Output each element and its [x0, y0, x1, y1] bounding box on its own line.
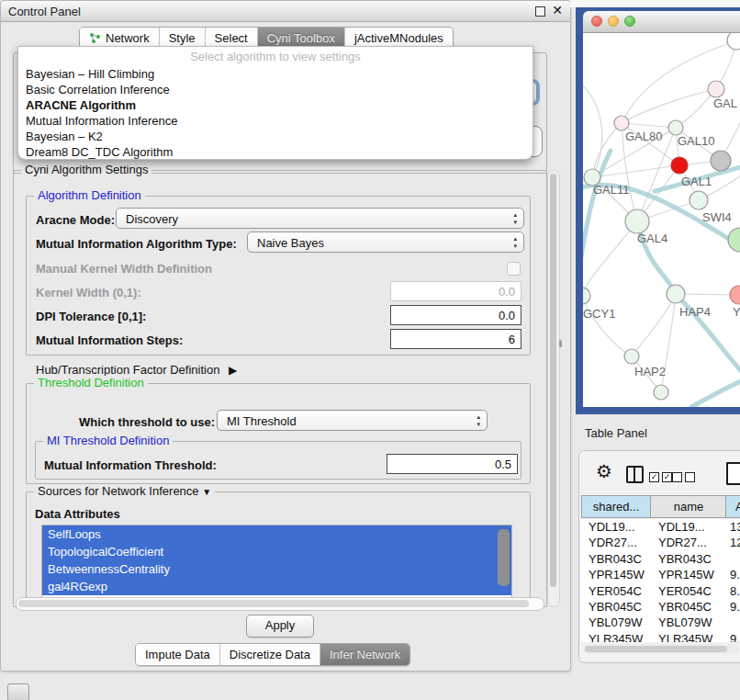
control-panel-window: Control Panel ✕ Network Style Select Cyn…	[0, 0, 571, 672]
algorithm-dropdown-popup: Select algorithm to view settings Bayesi…	[17, 46, 533, 160]
network-view-window: GAL80 GAL10 GAL1 GAL11 SWI4 GAL4 GCY1 HA…	[576, 7, 740, 414]
function-builder-icon[interactable]	[726, 462, 740, 485]
table-row[interactable]: YBR043CYBR043C	[581, 551, 740, 567]
gear-icon[interactable]: ⚙	[596, 460, 612, 482]
node-label-gal-cut: GAL	[713, 96, 737, 110]
scrollbar-thumb[interactable]	[550, 174, 556, 587]
node-gray[interactable]	[711, 151, 731, 171]
network-window-titlebar[interactable]	[583, 11, 740, 33]
list-item[interactable]: gal4RGexp	[42, 578, 511, 595]
deselect-all-columns-icon[interactable]	[672, 469, 698, 482]
node-label-gal10: GAL10	[678, 134, 714, 148]
node-label-y: Y	[733, 305, 740, 319]
combo-arrows-icon: ▴▾	[513, 211, 517, 226]
table-row[interactable]: YBL079WYBL079W	[581, 615, 740, 630]
manual-kernel-checkbox[interactable]	[507, 262, 521, 276]
list-scrollbar-thumb[interactable]	[498, 529, 510, 586]
panel-divider-grip[interactable]	[559, 340, 562, 347]
tab-discretize-data[interactable]: Discretize Data	[219, 644, 320, 665]
control-panel-titlebar[interactable]: Control Panel ✕	[1, 1, 570, 22]
node-green-large[interactable]	[728, 228, 740, 252]
bottom-tab-bar: Impute Data Discretize Data Infer Networ…	[135, 643, 410, 666]
mi-threshold-label: Mutual Information Threshold:	[44, 458, 217, 472]
table-row[interactable]: YBR045CYBR045C9.	[581, 599, 740, 615]
columns-icon[interactable]	[626, 466, 644, 483]
mi-threshold-legend: MI Threshold Definition	[43, 434, 173, 447]
dropdown-item-selected[interactable]: ARACNE Algorithm	[19, 97, 532, 113]
list-item[interactable]: SelfLoops	[42, 525, 511, 543]
threshold-definition-legend: Threshold Definition	[34, 376, 148, 390]
kernel-width-label: Kernel Width (0,1):	[36, 286, 141, 299]
close-traffic-light[interactable]	[591, 16, 602, 27]
dropdown-item[interactable]: Dream8 DC_TDC Algorithm	[19, 144, 532, 160]
select-all-columns-icon[interactable]: ✓✓	[649, 469, 675, 482]
cyni-settings-legend: Cyni Algorithm Settings	[21, 163, 151, 176]
dropdown-item[interactable]: Mutual Information Inference	[19, 113, 532, 129]
table-row[interactable]: YDR27...YDR27...12	[581, 535, 740, 550]
collapse-arrow-icon: ▼	[202, 487, 211, 497]
data-attributes-list: SelfLoops TopologicalCoefficient Between…	[41, 525, 512, 598]
dropdown-item[interactable]: Bayesian – K2	[19, 129, 532, 144]
node-label-hap2: HAP2	[634, 365, 666, 378]
list-item[interactable]: BetweennessCentrality	[42, 560, 511, 578]
list-item[interactable]: TopologicalCoefficient	[42, 543, 511, 560]
minimize-traffic-light[interactable]	[608, 16, 619, 27]
node-hap4[interactable]	[667, 285, 685, 303]
settings-vertical-scrollbar[interactable]	[547, 170, 560, 607]
table-row[interactable]: YDL19...YDL19...13	[581, 519, 740, 535]
node-gal1-selected[interactable]	[671, 157, 688, 174]
mi-algo-type-combo[interactable]: Naive Bayes ▴▾	[247, 231, 524, 253]
network-canvas[interactable]: GAL80 GAL10 GAL1 GAL11 SWI4 GAL4 GCY1 HA…	[583, 33, 740, 407]
tab-infer-network[interactable]: Infer Network	[320, 644, 409, 665]
dpi-tolerance-field[interactable]: 0.0	[390, 305, 521, 325]
mi-steps-label: Mutual Information Steps:	[36, 333, 183, 347]
dropdown-item[interactable]: Bayesian – Hill Climbing	[19, 66, 532, 82]
node[interactable]	[727, 33, 740, 50]
data-attributes-label: Data Attributes	[35, 507, 120, 521]
hub-definition-toggle[interactable]: Hub/Transcription Factor Definition ▶	[36, 363, 237, 377]
mi-threshold-field[interactable]: 0.5	[387, 454, 518, 474]
sources-legend[interactable]: Sources for Network Inference ▼	[34, 484, 215, 498]
tab-impute-data[interactable]: Impute Data	[136, 644, 219, 665]
table-row[interactable]: YPR145WYPR145W9.	[581, 567, 740, 582]
node-label-hap4: HAP4	[679, 305, 711, 319]
aracne-mode-label: Aracne Mode:	[36, 213, 115, 227]
combo-arrows-icon: ▴▾	[477, 413, 480, 428]
table-row[interactable]: YLR345WYLR345W9.	[581, 631, 740, 642]
node-label-gal4: GAL4	[637, 231, 667, 245]
settings-horizontal-scrollbar[interactable]	[16, 597, 544, 611]
node-swi4[interactable]	[690, 191, 708, 209]
apply-button[interactable]: Apply	[246, 615, 314, 638]
mi-steps-field[interactable]: 6	[390, 329, 521, 349]
collapsed-panel-icon[interactable]	[7, 683, 29, 700]
dropdown-item[interactable]: Basic Correlation Inference	[19, 82, 532, 97]
float-window-icon[interactable]	[535, 6, 545, 17]
which-threshold-combo[interactable]: MI Threshold ▴▾	[217, 410, 488, 431]
table-panel-box: ⚙ ✓✓ shared... name A YDL19...YDL19...13…	[578, 450, 740, 663]
scrollbar-thumb[interactable]	[18, 600, 529, 607]
scrollbar-thumb[interactable]	[585, 646, 727, 652]
table-horizontal-scrollbar[interactable]	[583, 644, 739, 654]
node-gal80[interactable]	[614, 116, 629, 130]
node-label-gcy1: GCY1	[583, 307, 615, 321]
node[interactable]	[654, 385, 668, 400]
table-panel-title: Table Panel	[585, 426, 647, 440]
kernel-width-field[interactable]: 0.0	[390, 281, 521, 301]
dropdown-placeholder: Select algorithm to view settings	[18, 50, 533, 63]
node-label-gal11: GAL11	[593, 183, 630, 197]
network-icon	[89, 32, 101, 44]
node-label-swi4: SWI4	[702, 210, 732, 224]
close-icon[interactable]: ✕	[552, 3, 563, 17]
which-threshold-label: Which threshold to use:	[79, 415, 215, 429]
table-row[interactable]: YER054CYER054C8.	[581, 583, 740, 599]
node-salmon[interactable]	[730, 286, 740, 304]
zoom-traffic-light[interactable]	[624, 16, 635, 27]
node-hap2[interactable]	[624, 349, 639, 364]
node-gal4[interactable]	[625, 209, 649, 233]
combo-arrows-icon: ▴▾	[513, 235, 517, 250]
node-gcy1[interactable]	[583, 288, 590, 304]
node-gal10[interactable]	[668, 120, 683, 135]
node-gal-top[interactable]	[708, 81, 724, 97]
aracne-mode-combo[interactable]: Discovery ▴▾	[116, 208, 524, 229]
algorithm-definition-legend: Algorithm Definition	[34, 188, 145, 202]
